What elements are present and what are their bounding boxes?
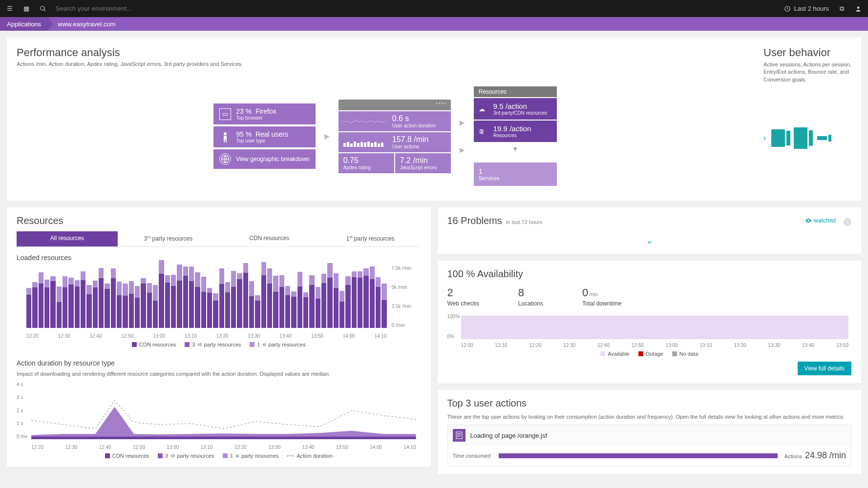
watched-toggle[interactable]: watched <box>805 217 836 224</box>
availability-title: 100 % Availability <box>447 268 852 280</box>
svg-marker-20 <box>31 437 416 439</box>
actions-metric: Actions24.98 /min <box>784 450 846 461</box>
action-duration-title: Action duration by resource type <box>17 359 421 367</box>
services-card[interactable]: 1Services <box>474 163 557 186</box>
user-actions-card[interactable]: 157.8 /minUser actions <box>339 132 451 152</box>
search-input[interactable] <box>56 5 202 12</box>
view-full-details-button[interactable]: View full details <box>798 362 852 375</box>
svg-rect-7 <box>343 143 346 147</box>
problems-timeframe: in last 72 hours <box>506 219 543 225</box>
performance-subtitle: Actions /min, Action duration, Apdex rat… <box>17 61 754 67</box>
user-action-name: Loading of page /orange.jsf <box>470 432 548 439</box>
breadcrumb-app-name[interactable]: www.easytravel.com <box>48 17 122 31</box>
timerange-label: Last 2 hours <box>794 5 829 12</box>
arrow-icon: ▶ <box>460 146 465 154</box>
resources-tabs: All resources 3rd party resources CDN re… <box>17 231 421 247</box>
svg-rect-18 <box>381 142 383 147</box>
performance-title: Performance analysis <box>17 46 754 59</box>
arrow-down-icon: ▼ <box>474 145 557 153</box>
loaded-resources-chart[interactable]: 7.5k /min 5k /min 2.5k /min 0 /min 12:20… <box>17 265 421 339</box>
page-load-icon <box>453 429 466 442</box>
svg-rect-3 <box>224 136 227 140</box>
chevron-left-icon[interactable]: ‹ <box>763 134 766 142</box>
loaded-resources-legend: CDN resources 3rd party resources 1st pa… <box>17 342 421 347</box>
svg-rect-22 <box>457 433 461 434</box>
problems-panel: 16 Problems in last 72 hours watched i ⌄ <box>438 207 862 254</box>
arrow-icon: ▶ <box>324 132 330 140</box>
performance-panel: Performance analysis Actions /min, Actio… <box>7 38 861 201</box>
document-icon: 🗎 <box>479 128 488 135</box>
user-behavior-panel: User behavior Active sessions, Actions p… <box>763 46 851 186</box>
cloud-icon: ☁ <box>479 105 488 113</box>
arrow-icon: ▶ <box>460 119 465 126</box>
user-action-item[interactable]: Loading of page /orange.jsf Time consume… <box>447 425 852 466</box>
globe-icon <box>219 153 231 165</box>
tab-first-party[interactable]: 1st party resources <box>320 231 421 246</box>
svg-rect-9 <box>350 143 353 147</box>
availability-chart[interactable]: 100%0% 12:0012:1012:2012:3012:4012:5013:… <box>447 314 852 348</box>
downtime-stat: 0min Total downtime <box>582 286 621 307</box>
browser-window-header <box>339 100 451 110</box>
problems-title: 16 Problems <box>447 215 502 226</box>
user-action-duration-card[interactable]: 0.6 sUser action duration <box>339 111 451 131</box>
svg-rect-17 <box>378 143 380 147</box>
topbar: ☰ ▦ Last 2 hours ⧉ <box>0 0 868 17</box>
breadcrumb: Applications www.easytravel.com <box>0 17 868 31</box>
svg-point-2 <box>224 132 227 135</box>
search-icon[interactable] <box>39 5 47 13</box>
svg-rect-24 <box>457 436 460 437</box>
user-behavior-subtitle: Active sessions, Actions per session, En… <box>763 61 851 83</box>
svg-rect-11 <box>357 143 360 147</box>
top-user-actions-panel: Top 3 user actions These are the top use… <box>438 390 862 474</box>
expand-problems-icon[interactable]: ⌄ <box>447 235 852 246</box>
time-consumed-label: Time consumed <box>453 453 492 459</box>
svg-rect-15 <box>371 143 373 147</box>
top-browser-card[interactable]: ▭ 23 % Firefox Top browser <box>213 103 316 124</box>
resources-card[interactable]: 🗎 19.9 /actionResources <box>474 121 557 142</box>
svg-rect-13 <box>364 142 366 147</box>
dashboard-icon[interactable]: ▦ <box>22 5 30 13</box>
svg-rect-14 <box>367 142 370 147</box>
user-behavior-funnel[interactable]: ‹ <box>763 127 851 149</box>
svg-rect-23 <box>457 435 461 435</box>
top-user-actions-title: Top 3 user actions <box>447 398 852 409</box>
action-duration-chart[interactable]: 4 s 3 s 2 s 1 s 0 ms 12:2012:3012:4012:5… <box>17 382 421 450</box>
tab-third-party[interactable]: 3rd party resources <box>118 231 219 246</box>
webchecks-stat: 2 Web checks <box>447 286 479 307</box>
breadcrumb-applications[interactable]: Applications <box>0 17 48 31</box>
svg-rect-5 <box>226 140 227 142</box>
svg-rect-4 <box>224 140 225 142</box>
timerange-picker[interactable]: Last 2 hours <box>784 5 829 12</box>
action-duration-desc: Impact of downloading and rendering diff… <box>17 371 421 377</box>
svg-rect-16 <box>374 142 377 147</box>
tab-cdn[interactable]: CDN resources <box>219 231 320 246</box>
time-consumed-bar <box>499 453 778 458</box>
locations-stat: 8 Locations <box>518 286 543 307</box>
availability-panel: 100 % Availability 2 Web checks 8 Locati… <box>438 261 862 383</box>
resources-header: Resources <box>474 86 557 97</box>
menu-icon[interactable]: ☰ <box>6 5 14 13</box>
share-icon[interactable]: ⧉ <box>838 5 846 13</box>
svg-rect-8 <box>347 142 349 147</box>
svg-point-1 <box>857 6 860 9</box>
user-icon[interactable] <box>854 5 862 13</box>
resources-title: Resources <box>17 215 421 226</box>
top-user-type-card[interactable]: 95 % Real users Top user type <box>213 126 316 147</box>
user-behavior-title: User behavior <box>763 46 851 59</box>
info-icon[interactable]: i <box>844 218 851 226</box>
js-errors-card[interactable]: 7.2 /minJavaScript errors <box>395 153 451 173</box>
third-party-cdn-card[interactable]: ☁ 9.5 /action3rd party/CDN resources <box>474 98 557 120</box>
top-user-actions-desc: These are the top user actions by lookin… <box>447 414 852 420</box>
resources-card-panel: Resources All resources 3rd party resour… <box>7 207 431 467</box>
browser-icon: ▭ <box>219 108 231 120</box>
tab-all-resources[interactable]: All resources <box>17 231 118 246</box>
loaded-resources-title: Loaded resources <box>17 254 421 262</box>
user-type-icon <box>219 131 231 143</box>
availability-legend: Available Outage No data <box>447 351 852 357</box>
action-duration-legend: CDN resources 3rd party resources 1st pa… <box>17 453 421 459</box>
svg-rect-12 <box>360 142 363 147</box>
svg-rect-10 <box>354 142 356 147</box>
geographic-breakdown-link[interactable]: View geographic breakdown <box>213 149 316 169</box>
apdex-card[interactable]: 0.75Apdex rating <box>339 153 394 173</box>
